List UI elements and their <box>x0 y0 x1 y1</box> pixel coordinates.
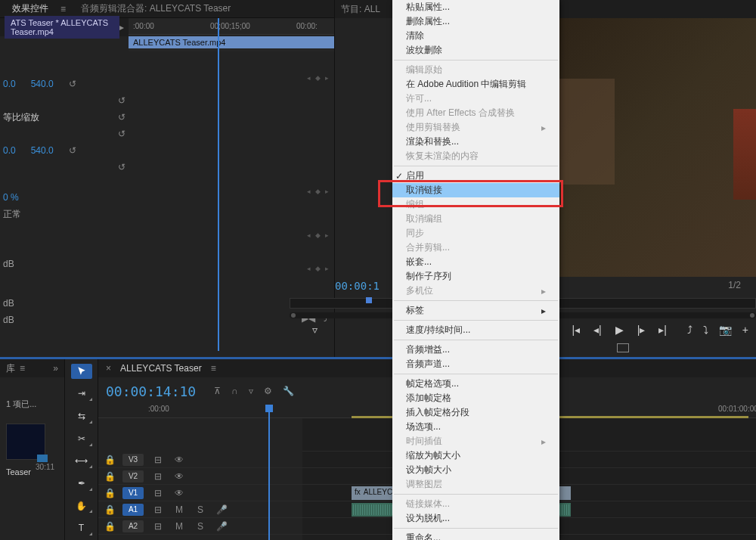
cm-enable[interactable]: ✓启用 <box>392 169 559 183</box>
track-record-icon[interactable]: 🎤 <box>215 521 228 532</box>
track-visibility-icon[interactable]: 👁 <box>172 455 186 465</box>
cm-audio-channels[interactable]: 音频声道... <box>392 357 559 371</box>
cm-clear[interactable]: 清除 <box>392 29 559 43</box>
kf-next-icon[interactable]: ▸ <box>322 74 331 82</box>
kf-prev-icon[interactable]: ◂ <box>304 188 313 195</box>
project-item-thumbnail[interactable] <box>6 424 45 460</box>
playhead-marker-icon[interactable]: ▸ <box>119 22 124 33</box>
cm-audio-gain[interactable]: 音频增益... <box>392 343 559 357</box>
kf-prev-icon[interactable]: ◂ <box>304 74 313 82</box>
source-ruler[interactable]: :00:00 00;00;15;00 00:00: <box>129 18 334 35</box>
cm-set-to-frame-size[interactable]: 设为帧大小 <box>392 463 559 477</box>
kf-add-icon[interactable]: ◆ <box>313 74 322 82</box>
cm-label[interactable]: 标签▸ <box>392 303 559 318</box>
step-back-icon[interactable]: ◂| <box>593 324 602 336</box>
cm-add-frame-hold[interactable]: 添加帧定格 <box>392 391 559 405</box>
lift-icon[interactable]: ⤴ <box>687 324 692 336</box>
cm-make-offline[interactable]: 设为脱机... <box>392 511 559 526</box>
kf-prev-icon[interactable]: ◂ <box>304 231 313 239</box>
add-marker-icon[interactable]: ▿ <box>312 324 318 336</box>
lock-icon[interactable]: 🔒 <box>104 488 115 498</box>
kf-prev-icon[interactable]: ◂ <box>304 265 313 272</box>
wrench-icon[interactable]: 🔧 <box>283 386 294 396</box>
linked-selection-icon[interactable]: ∩ <box>231 386 238 396</box>
reset-icon[interactable]: ↺ <box>69 145 76 156</box>
cm-scale-to-frame-size[interactable]: 缩放为帧大小 <box>392 448 559 463</box>
anchor-y[interactable]: 540.0 <box>31 145 54 156</box>
track-label-v1[interactable]: V1 <box>122 487 144 499</box>
panel-menu-icon[interactable]: ≡ <box>60 4 66 14</box>
program-tab[interactable]: 节目: ALL <box>341 3 380 16</box>
track-mute-icon[interactable]: M <box>172 521 186 532</box>
cm-insert-frame-hold-segment[interactable]: 插入帧定格分段 <box>392 405 559 420</box>
lock-icon[interactable]: 🔒 <box>104 504 115 515</box>
step-forward-icon[interactable]: |▸ <box>637 324 646 336</box>
kf-add-icon[interactable]: ◆ <box>313 231 322 239</box>
track-record-icon[interactable]: 🎤 <box>215 504 228 515</box>
tab-close-icon[interactable]: × <box>106 363 111 374</box>
cm-speed-duration[interactable]: 速度/持续时间... <box>392 323 559 337</box>
cm-unlink[interactable]: 取消链接 <box>392 183 559 197</box>
track-mute-icon[interactable]: M <box>172 504 186 515</box>
kf-next-icon[interactable]: ▸ <box>322 188 331 195</box>
cm-remove-attributes[interactable]: 删除属性... <box>392 14 559 29</box>
sequence-tab[interactable]: ALLEYCATS Teaser <box>116 361 206 376</box>
lock-icon[interactable]: 🔒 <box>104 521 115 532</box>
track-output-icon[interactable]: ⊟ <box>151 471 165 482</box>
track-visibility-icon[interactable]: 👁 <box>172 471 186 482</box>
cm-frame-hold-options[interactable]: 帧定格选项... <box>392 377 559 391</box>
snap-icon[interactable]: ⊼ <box>214 386 221 396</box>
reset-icon[interactable]: ↺ <box>69 79 76 89</box>
kf-next-icon[interactable]: ▸ <box>322 231 331 239</box>
pen-tool[interactable]: ✒ <box>71 476 92 491</box>
extract-icon[interactable]: ⤵ <box>703 324 708 336</box>
safe-margins-icon[interactable] <box>617 343 629 352</box>
anchor-x[interactable]: 0.0 <box>3 145 16 156</box>
go-to-out-icon[interactable]: ▸| <box>658 324 667 336</box>
track-solo-icon[interactable]: S <box>194 504 207 515</box>
kf-add-icon[interactable]: ◆ <box>313 188 322 195</box>
track-header-v3[interactable]: 🔒 V3 ⊟ 👁 <box>98 452 302 468</box>
track-visibility-icon[interactable]: 👁 <box>172 488 186 498</box>
source-clip-bar[interactable]: ALLEYCATS Teaser.mp4 <box>129 36 334 48</box>
track-label-v3[interactable]: V3 <box>122 454 144 466</box>
track-header-a2[interactable]: 🔒 A2 ⊟ M S 🎤 <box>98 518 302 535</box>
track-output-icon[interactable]: ⊟ <box>151 455 165 465</box>
track-output-icon[interactable]: ⊟ <box>151 504 165 515</box>
cm-nest[interactable]: 嵌套... <box>392 255 559 269</box>
slip-tool[interactable]: ⟷ <box>71 454 92 469</box>
button-editor-icon[interactable]: + <box>742 324 748 336</box>
cm-render-and-replace[interactable]: 渲染和替换... <box>392 135 559 149</box>
track-output-icon[interactable]: ⊟ <box>151 521 165 532</box>
track-output-icon[interactable]: ⊟ <box>151 488 165 498</box>
track-solo-icon[interactable]: S <box>194 521 207 532</box>
timeline-timecode[interactable]: 00:00:14:10 <box>106 383 196 399</box>
marker-icon[interactable]: ▿ <box>249 386 253 396</box>
cm-make-subsequence[interactable]: 制作子序列 <box>392 269 559 284</box>
lock-icon[interactable]: 🔒 <box>104 455 115 465</box>
library-tab[interactable]: 库 <box>6 362 15 375</box>
position-x[interactable]: 0.0 <box>3 79 16 89</box>
type-tool[interactable]: T <box>71 520 92 535</box>
cm-rename[interactable]: 重命名... <box>392 531 559 540</box>
cm-edit-in-audition[interactable]: 在 Adobe Audition 中编辑剪辑 <box>392 77 559 92</box>
panel-menu-icon[interactable]: ≡ <box>20 363 25 374</box>
track-header-v1[interactable]: 🔒 V1 ⊟ 👁 <box>98 485 302 501</box>
source-playhead[interactable] <box>218 18 219 351</box>
scrubber-handle[interactable] <box>366 297 372 303</box>
export-frame-icon[interactable]: 📷 <box>719 324 732 336</box>
program-timecode[interactable]: 00:00:1 <box>335 280 380 292</box>
cm-field-options[interactable]: 场选项... <box>392 420 559 434</box>
panel-more-icon[interactable]: » <box>53 363 58 374</box>
kf-add-icon[interactable]: ◆ <box>313 265 322 272</box>
source-clip-tab[interactable]: ATS Teaser * ALLEYCATS Teaser.mp4 <box>5 16 119 39</box>
cm-ripple-delete[interactable]: 波纹删除 <box>392 43 559 57</box>
track-header-v2[interactable]: 🔒 V2 ⊟ 👁 <box>98 468 302 485</box>
ripple-edit-tool[interactable]: ⇆ <box>71 408 92 424</box>
project-item-name[interactable]: Teaser <box>6 467 31 476</box>
reset-icon[interactable]: ↺ <box>118 95 125 106</box>
panel-menu-icon[interactable]: ≡ <box>211 363 216 374</box>
program-scale[interactable]: 1/2 <box>728 280 741 290</box>
position-y[interactable]: 540.0 <box>31 79 54 89</box>
track-label-a2[interactable]: A2 <box>122 520 144 532</box>
